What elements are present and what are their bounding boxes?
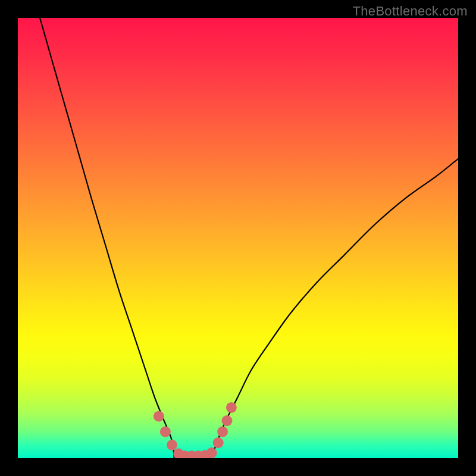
chart-stage: TheBottleneck.com [0, 0, 476, 476]
highlight-dot [206, 447, 217, 458]
highlight-dot [217, 427, 228, 437]
highlight-dot [167, 440, 177, 450]
curve-left-branch [40, 18, 174, 458]
highlight-dot [226, 402, 237, 413]
plot-area [18, 18, 458, 458]
curve-right-branch [212, 159, 458, 458]
highlight-dot [154, 411, 164, 422]
highlight-dot [160, 427, 171, 437]
watermark-text: TheBottleneck.com [353, 4, 468, 19]
highlight-dot [213, 437, 224, 448]
highlight-dots [154, 402, 237, 458]
curve-layer [18, 18, 458, 458]
highlight-dot [222, 415, 233, 426]
